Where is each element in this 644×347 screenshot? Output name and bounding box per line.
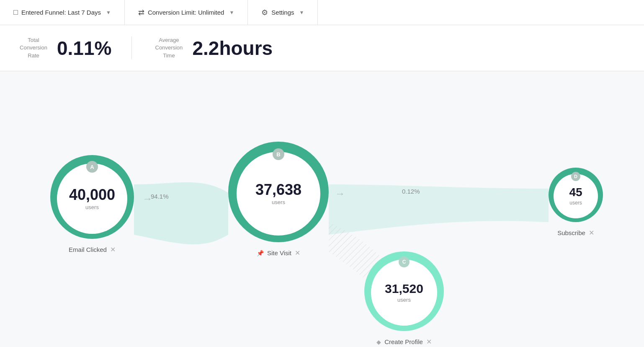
node-d-remove-button[interactable]: ✕ [589, 229, 594, 237]
node-c-name-row: ◆ Create Profile ✕ [376, 338, 432, 346]
circle-inner-a: 40,000 users [57, 163, 127, 234]
node-c-users: users [397, 297, 411, 303]
arrow-b-d-icon: → [335, 188, 345, 199]
node-b-letter: B [273, 148, 284, 160]
node-d-letter: D [571, 172, 580, 181]
node-b-users: users [272, 199, 285, 205]
arrow-a-b-label: 94.1% [151, 193, 169, 200]
node-d-users: users [569, 200, 582, 206]
settings-label: Settings [271, 9, 294, 16]
funnel-area: A 40,000 users Email Clicked ✕ → 94.1% B… [0, 71, 644, 347]
total-conversion-rate-stat: Total Conversion Rate 0.11% [17, 36, 131, 60]
node-a-remove-button[interactable]: ✕ [110, 246, 116, 254]
node-c-count: 31,520 [385, 282, 423, 295]
node-c-remove-button[interactable]: ✕ [426, 338, 432, 346]
conversion-limit-label: Conversion Limit: Unlimited [148, 9, 224, 16]
settings-button[interactable]: ⚙ Settings ▼ [248, 0, 318, 25]
entered-funnel-label: Entered Funnel: Last 7 Days [21, 9, 101, 16]
chevron-down-icon-3: ▼ [299, 10, 304, 16]
circle-ring-d[interactable]: D 45 users [549, 168, 603, 222]
total-conversion-rate-label: Total Conversion Rate [17, 36, 50, 60]
node-b-remove-button[interactable]: ✕ [295, 249, 300, 257]
pin-icon: 📌 [257, 250, 264, 256]
avg-conversion-time-label: Average Conversion Time [152, 36, 185, 60]
node-c-label: Create Profile [384, 338, 423, 345]
avg-conversion-time-value: 2.2hours [192, 39, 273, 58]
avg-conversion-time-stat: Average Conversion Time 2.2hours [131, 36, 293, 60]
conversion-icon: ⇄ [138, 8, 144, 17]
node-c: C 31,520 users ◆ Create Profile ✕ [364, 251, 444, 346]
node-a-users: users [85, 204, 99, 210]
node-d-count: 45 [569, 186, 582, 198]
node-d-label: Subscribe [557, 229, 585, 236]
stats-bar: Total Conversion Rate 0.11% Average Conv… [0, 25, 644, 71]
node-a-count: 40,000 [69, 187, 115, 202]
circle-inner-c: 31,520 users [371, 259, 437, 326]
circle-inner-b: 37,638 users [237, 152, 320, 236]
entered-funnel-filter[interactable]: □ Entered Funnel: Last 7 Days ▼ [13, 0, 125, 25]
node-d-name-row: Subscribe ✕ [557, 229, 594, 237]
calendar-icon: □ [13, 8, 18, 17]
node-c-icon: ◆ [376, 339, 381, 345]
circle-ring-b[interactable]: B 37,638 users [228, 142, 329, 242]
conversion-limit-filter[interactable]: ⇄ Conversion Limit: Unlimited ▼ [125, 0, 248, 25]
node-b-count: 37,638 [255, 182, 301, 197]
node-b-label: Site Visit [267, 249, 291, 256]
node-a-name-row: Email Clicked ✕ [69, 246, 116, 254]
node-c-letter: C [399, 256, 410, 267]
chevron-down-icon: ▼ [106, 10, 111, 16]
total-conversion-rate-value: 0.11% [57, 39, 111, 58]
chevron-down-icon-2: ▼ [229, 10, 234, 16]
circle-ring-a[interactable]: A 40,000 users [50, 155, 134, 239]
node-a: A 40,000 users Email Clicked ✕ [50, 155, 134, 254]
gear-icon: ⚙ [261, 8, 268, 17]
node-a-label: Email Clicked [69, 246, 107, 253]
arrow-b-d-label: 0.12% [402, 188, 420, 195]
node-d: D 45 users Subscribe ✕ [549, 168, 603, 237]
node-a-letter: A [86, 161, 98, 173]
circle-ring-c[interactable]: C 31,520 users [364, 251, 444, 331]
node-b-name-row: 📌 Site Visit ✕ [257, 249, 300, 257]
node-b: B 37,638 users 📌 Site Visit ✕ [228, 142, 329, 257]
toolbar: □ Entered Funnel: Last 7 Days ▼ ⇄ Conver… [0, 0, 644, 25]
